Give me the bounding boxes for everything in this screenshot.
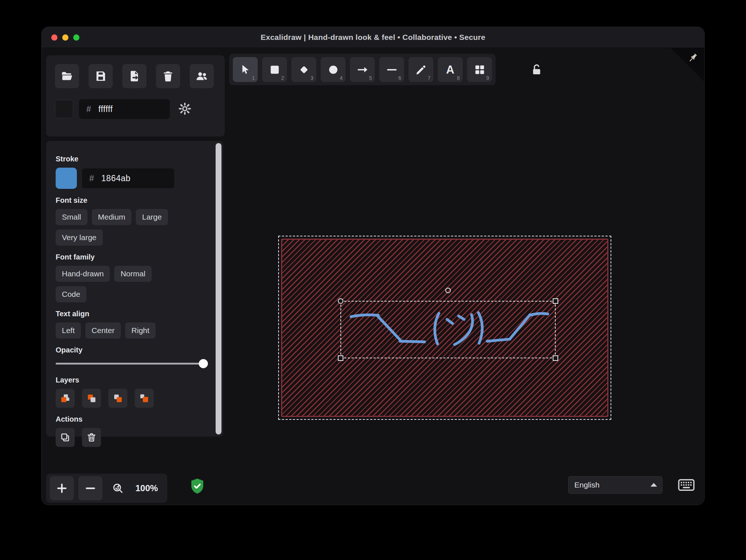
stroke-hex-value: 1864ab	[101, 173, 131, 183]
background-color-swatch[interactable]	[55, 100, 73, 118]
folder-open-icon	[61, 70, 73, 82]
resize-handle-bottom-right[interactable]	[553, 355, 558, 361]
bring-forward-icon	[112, 393, 123, 404]
tool-library[interactable]: 9	[467, 57, 492, 82]
unlocked-padlock-icon	[530, 63, 543, 76]
trash-icon	[86, 432, 97, 443]
app-content: ¯\_(ツ)_/¯	[42, 48, 704, 505]
text-align-right[interactable]: Right	[125, 322, 156, 339]
background-hex-input[interactable]: # ffffff	[79, 99, 170, 119]
opacity-slider[interactable]	[56, 359, 208, 369]
resize-handle-top-left[interactable]	[338, 298, 343, 304]
opacity-label: Opacity	[56, 346, 205, 354]
close-window-button[interactable]	[51, 34, 57, 41]
send-to-back-button[interactable]	[56, 389, 75, 408]
language-selected: English	[574, 481, 600, 489]
properties-panel: Stroke # 1864ab Font size Small Medium L…	[46, 141, 223, 437]
text-align-left[interactable]: Left	[56, 322, 81, 339]
gear-icon	[178, 102, 192, 116]
tool-shortcut: 5	[369, 75, 372, 81]
trash-icon	[162, 70, 174, 82]
tool-text[interactable]: A 8	[438, 57, 463, 82]
arrow-right-icon	[357, 64, 369, 76]
stroke-color-row: # 1864ab	[56, 168, 205, 189]
stroke-color-swatch[interactable]	[56, 168, 77, 189]
bring-to-front-icon	[139, 393, 150, 404]
send-to-back-icon	[60, 393, 71, 404]
stroke-hex-input[interactable]: # 1864ab	[82, 168, 174, 188]
font-size-very-large[interactable]: Very large	[56, 229, 103, 246]
delete-button[interactable]	[82, 428, 101, 447]
collaboration-button[interactable]	[190, 64, 214, 88]
resize-handle-top-right[interactable]	[553, 298, 558, 304]
font-family-code[interactable]: Code	[56, 286, 86, 302]
rotate-handle[interactable]	[445, 288, 451, 293]
tool-selection[interactable]: 1	[233, 57, 258, 82]
background-hex-value: ffffff	[98, 104, 113, 114]
tool-rectangle[interactable]: 2	[262, 57, 287, 82]
bring-forward-button[interactable]	[108, 389, 127, 408]
text-align-center[interactable]: Center	[85, 322, 121, 339]
tool-ellipse[interactable]: 4	[321, 57, 346, 82]
tool-diamond[interactable]: 3	[291, 57, 316, 82]
opacity-slider-track[interactable]	[56, 363, 208, 365]
tool-shortcut: 6	[398, 75, 401, 81]
zoom-in-button[interactable]	[50, 476, 74, 500]
tool-line[interactable]: 6	[379, 57, 404, 82]
tool-shortcut: 4	[340, 75, 343, 81]
font-family-hand-drawn[interactable]: Hand-drawn	[56, 266, 110, 282]
send-backward-button[interactable]	[82, 389, 101, 408]
save-button[interactable]	[89, 64, 113, 88]
shrug-text-drawing[interactable]	[346, 304, 551, 356]
zoom-window-button[interactable]	[73, 34, 79, 41]
font-family-label: Font family	[56, 253, 205, 261]
tool-arrow[interactable]: 5	[350, 57, 375, 82]
tool-shortcut: 9	[486, 75, 489, 81]
minimize-window-button[interactable]	[62, 34, 68, 41]
shield-check-icon[interactable]	[190, 478, 205, 495]
hash-prefix: #	[86, 104, 91, 114]
opacity-slider-thumb[interactable]	[199, 359, 208, 368]
tool-shortcut: 1	[252, 75, 255, 81]
app-window: Excalidraw | Hand-drawn look & feel • Co…	[42, 27, 704, 505]
tool-shortcut: 3	[310, 75, 313, 81]
font-size-options: Small Medium Large Very large	[56, 209, 180, 246]
bring-to-front-button[interactable]	[135, 389, 154, 408]
reset-zoom-button[interactable]	[107, 477, 129, 499]
duplicate-button[interactable]	[56, 428, 75, 447]
hash-prefix: #	[89, 173, 94, 183]
diamond-icon	[298, 64, 310, 76]
resize-handle-bottom-left[interactable]	[338, 355, 343, 361]
open-button[interactable]	[55, 64, 79, 88]
text-align-label: Text align	[56, 310, 205, 318]
keep-tool-active-toggle[interactable]	[530, 63, 543, 78]
canvas-background-row: # ffffff	[55, 99, 216, 119]
zoom-out-button[interactable]	[78, 476, 102, 500]
font-family-normal[interactable]: Normal	[114, 266, 152, 282]
font-size-large[interactable]: Large	[136, 209, 168, 225]
actions-buttons	[56, 428, 205, 447]
clear-canvas-button[interactable]	[156, 64, 180, 88]
caret-up-icon	[650, 483, 657, 487]
language-select[interactable]: English	[568, 476, 663, 494]
export-button[interactable]	[122, 64, 146, 88]
keyboard-shortcuts-button[interactable]	[677, 477, 695, 494]
text-align-options: Left Center Right	[56, 322, 180, 339]
grid-icon	[474, 64, 486, 76]
save-icon	[94, 70, 107, 82]
zoom-level: 100%	[135, 483, 158, 493]
plus-icon	[56, 482, 68, 494]
line-icon	[386, 64, 398, 76]
titlebar: Excalidraw | Hand-drawn look & feel • Co…	[42, 27, 704, 48]
font-size-label: Font size	[56, 196, 205, 205]
panel-scrollbar[interactable]	[216, 143, 221, 434]
tool-draw[interactable]: 7	[409, 57, 433, 82]
export-icon	[128, 70, 141, 82]
square-icon	[269, 64, 281, 76]
layers-label: Layers	[56, 376, 205, 384]
users-icon	[195, 70, 208, 82]
settings-button[interactable]	[176, 101, 193, 117]
font-size-small[interactable]: Small	[56, 209, 87, 225]
font-size-medium[interactable]: Medium	[92, 209, 132, 225]
text-selection-box: ¯\_(ツ)_/¯	[340, 301, 556, 358]
